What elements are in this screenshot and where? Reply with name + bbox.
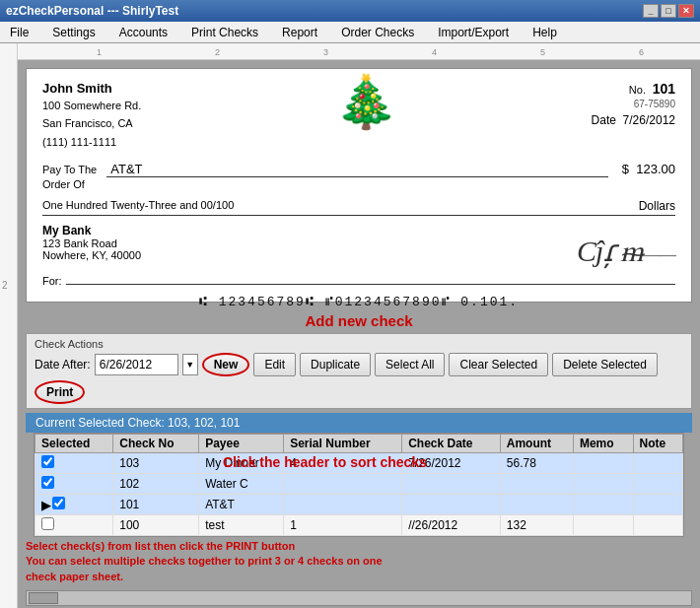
col-serial[interactable]: Serial Number [284,434,402,452]
maximize-button[interactable]: □ [661,4,676,18]
row-cell: 56.78 [500,452,573,473]
row-cell: 4 [284,452,402,473]
row-cell [633,473,682,494]
row-cell [573,514,633,535]
col-check-no[interactable]: Check No [113,434,199,452]
row-cell [500,494,573,514]
col-payee[interactable]: Payee [199,434,284,452]
check-address-3: (111) 111-1111 [42,134,141,151]
row-cell: Water C [199,473,284,494]
row-selected-cell: ▶ [35,494,113,514]
col-note[interactable]: Note [633,434,682,452]
check-actions-panel: Check Actions Date After: ▼ New Edit Dup… [26,333,692,409]
table-row: ▶101AT&T [35,494,683,514]
bank-address-2: Nowhere, KY, 40000 [42,249,141,261]
edit-button[interactable]: Edit [253,353,296,376]
row-selected-cell [35,452,113,473]
menu-help[interactable]: Help [526,24,563,41]
table-wrapper: Selected Check No Payee Serial Number Ch… [26,433,692,537]
col-amount[interactable]: Amount [500,434,573,452]
menu-accounts[interactable]: Accounts [113,24,174,41]
close-button[interactable]: ✕ [678,4,694,18]
bank-name: My Bank [42,224,141,237]
date-after-label: Date After: [35,358,91,372]
row-cell [633,514,682,535]
clear-selected-button[interactable]: Clear Selected [449,353,548,376]
amount-value: 123.00 [636,162,675,176]
table-row: 102Water C [35,473,683,494]
row-checkbox[interactable] [41,455,54,468]
row-checkbox[interactable] [41,517,54,530]
for-label: For: [42,275,62,287]
check-date-value: 7/26/2012 [623,113,675,127]
ruler: 1 2 3 4 5 6 [18,43,700,60]
menu-file[interactable]: File [4,24,35,41]
check-no-label: No. [629,84,646,96]
row-cell [402,494,501,514]
check-table-container: Selected Check No Payee Serial Number Ch… [34,433,684,537]
menu-report[interactable]: Report [276,24,323,41]
amount-symbol: $ [622,162,629,176]
row-cell: 102 [113,473,199,494]
signature: Cĵɾ̦ᵯ—— [577,234,675,269]
bottom-notes: Select check(s) from list then click the… [26,539,692,584]
new-button[interactable]: New [202,353,250,376]
table-row: 100test1//26/2012132 [35,514,683,535]
row-cell [573,473,633,494]
row-cell: 1 [284,514,402,535]
menu-import-export[interactable]: Import/Export [432,24,515,41]
row-checkbox[interactable] [41,476,54,489]
row-cell [284,494,402,514]
delete-selected-button[interactable]: Delete Selected [552,353,658,376]
menu-print-checks[interactable]: Print Checks [185,24,264,41]
left-ruler: 2 [0,43,18,608]
print-note-3: check paper sheet. [26,570,692,584]
window-title: ezCheckPersonal --- ShirlyTest [6,4,178,18]
col-memo[interactable]: Memo [573,434,633,452]
bank-address-1: 123 Bank Road [42,237,141,249]
minimize-button[interactable]: _ [643,4,659,18]
check-table: Selected Check No Payee Serial Number Ch… [35,434,683,536]
scroll-thumb[interactable] [29,592,58,604]
menu-settings[interactable]: Settings [46,24,101,41]
row-cell [284,473,402,494]
row-cell: 100 [113,514,199,535]
check-date: Date 7/26/2012 [592,113,675,127]
bottom-scrollbar[interactable] [26,590,692,606]
select-all-button[interactable]: Select All [375,353,445,376]
row-cell: 132 [500,514,573,535]
main-content: 2 1 2 3 4 5 6 John Smith [0,43,700,608]
check-no-value: 101 [653,81,675,97]
row-cell [402,473,501,494]
current-selected-bar: Current Selected Check: 103, 102, 101 [26,413,692,433]
row-cell: AT&T [199,494,284,514]
check-name: John Smith [42,81,141,96]
table-row: 103My Dinner47/26/201256.78 [35,452,683,473]
window-controls: _ □ ✕ [643,4,694,18]
col-selected[interactable]: Selected [35,434,113,452]
annotation-add: Add new check [18,312,700,329]
col-check-date[interactable]: Check Date [402,434,501,452]
row-cell [633,452,682,473]
check-actions-row: Date After: ▼ New Edit Duplicate Select … [35,353,683,404]
check-decoration: 🎄 [334,76,398,127]
order-of-label: Order Of [42,177,97,191]
date-after-input[interactable] [95,354,178,375]
row-cell: 7/26/2012 [402,452,501,473]
print-button[interactable]: Print [35,380,85,404]
amount-words: One Hundred Twenty-Three and 00/100 [42,199,234,213]
content-area: 1 2 3 4 5 6 John Smith 100 Somewhere Rd.… [18,43,700,608]
row-cell [573,494,633,514]
duplicate-button[interactable]: Duplicate [300,353,371,376]
row-cell [500,473,573,494]
micr-line: ⑆ 123456789⑆ ⑈01234567890⑈ 0.101. [42,295,675,309]
check-address-1: 100 Somewhere Rd. [42,98,141,114]
menu-order-checks[interactable]: Order Checks [335,24,420,41]
dollars-label: Dollars [639,199,675,213]
check-actions-title: Check Actions [35,338,683,350]
title-bar: ezCheckPersonal --- ShirlyTest _ □ ✕ [0,0,700,22]
check-address-2: San Francisco, CA [42,115,141,132]
date-dropdown[interactable]: ▼ [182,354,198,375]
row-checkbox[interactable] [52,497,65,509]
row-selected-cell [35,473,113,494]
